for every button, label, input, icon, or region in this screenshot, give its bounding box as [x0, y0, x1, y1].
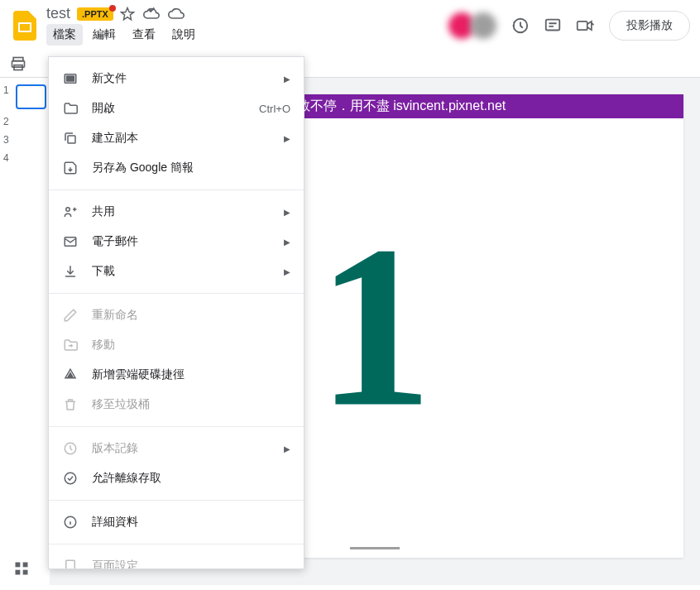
slide-thumb-1[interactable]: 1: [3, 84, 46, 109]
svg-rect-10: [16, 570, 21, 575]
menu-item-page-setup: 頁面設定: [49, 551, 304, 569]
submenu-arrow-icon: ▶: [284, 74, 290, 84]
menu-item-new-document[interactable]: 新文件 ▶: [49, 64, 304, 94]
menu-help[interactable]: 說明: [165, 24, 202, 46]
slide-thumb-3[interactable]: 3: [3, 134, 46, 146]
menu-item-details[interactable]: 詳細資料: [49, 507, 304, 537]
menu-item-share[interactable]: 共用 ▶: [49, 197, 304, 227]
submenu-arrow-icon: ▶: [284, 444, 290, 453]
canvas-footer-line: [350, 547, 400, 549]
menu-divider: [49, 189, 304, 190]
svg-point-15: [66, 208, 70, 212]
menu-item-move-to-trash: 移至垃圾桶: [49, 390, 304, 420]
copy-icon: [62, 130, 79, 146]
menu-item-make-copy[interactable]: 建立副本 ▶: [49, 123, 304, 153]
share-icon: [62, 204, 79, 220]
submenu-arrow-icon: ▶: [284, 208, 290, 217]
title-area: test .PPTX 檔案 編輯 查看 說明: [46, 5, 202, 46]
comment-icon[interactable]: [543, 16, 563, 36]
menu-item-open[interactable]: 開啟 Ctrl+O: [49, 94, 304, 123]
download-icon: [62, 263, 79, 280]
menu-item-add-drive-shortcut[interactable]: 新增雲端硬碟捷徑: [49, 360, 304, 390]
menu-divider: [49, 293, 304, 294]
save-icon: [62, 160, 79, 176]
history-icon: [62, 440, 79, 457]
menu-divider: [49, 500, 304, 501]
menu-file[interactable]: 檔案: [46, 24, 83, 46]
print-icon[interactable]: [10, 55, 26, 72]
app-header: test .PPTX 檔案 編輯 查看 說明 投影播放: [0, 0, 700, 50]
svg-rect-1: [20, 24, 30, 31]
submenu-arrow-icon: ▶: [284, 134, 290, 143]
offline-icon: [62, 470, 79, 487]
svg-rect-4: [578, 21, 587, 29]
menu-view[interactable]: 查看: [126, 24, 162, 46]
history-icon[interactable]: [510, 16, 530, 36]
slide-thumb-4[interactable]: 4: [3, 152, 46, 164]
avatar-2[interactable]: [470, 12, 496, 39]
slide-thumb-2[interactable]: 2: [3, 116, 46, 127]
menu-edit[interactable]: 編輯: [86, 24, 122, 46]
menu-item-move: 移動: [49, 330, 304, 360]
menu-item-save-as-google-slides[interactable]: 另存為 Google 簡報: [49, 153, 304, 183]
menu-divider: [49, 426, 304, 427]
present-button[interactable]: 投影播放: [609, 11, 690, 41]
slide-big-number: 1: [317, 193, 433, 460]
info-icon: [62, 514, 79, 530]
cloud-icon[interactable]: [168, 7, 185, 22]
drive-shortcut-icon: [62, 367, 79, 383]
cloud-check-icon[interactable]: [143, 7, 160, 22]
document-title[interactable]: test: [46, 5, 70, 22]
menu-divider: [49, 544, 304, 544]
menu-item-version-history: 版本記錄 ▶: [49, 434, 304, 463]
svg-rect-9: [23, 563, 28, 568]
grid-view-icon[interactable]: [13, 560, 30, 577]
menu-item-offline-access[interactable]: 允許離線存取: [49, 463, 304, 493]
file-format-badge: .PPTX: [77, 7, 113, 21]
svg-rect-20: [66, 560, 75, 569]
folder-icon: [62, 100, 79, 117]
new-document-icon: [62, 70, 79, 87]
star-icon[interactable]: [120, 7, 135, 22]
submenu-arrow-icon: ▶: [284, 237, 290, 247]
collaborator-avatars[interactable]: [448, 12, 496, 39]
slides-app-icon[interactable]: [10, 11, 40, 41]
email-icon: [62, 233, 79, 250]
svg-point-18: [65, 472, 76, 484]
svg-rect-13: [67, 76, 74, 81]
menu-item-email[interactable]: 電子郵件 ▶: [49, 227, 304, 257]
svg-rect-8: [16, 563, 21, 568]
menu-item-rename: 重新命名: [49, 300, 304, 330]
submenu-arrow-icon: ▶: [284, 267, 290, 276]
pencil-icon: [62, 307, 79, 324]
video-call-icon[interactable]: [576, 16, 596, 36]
slide-thumbnails-panel: 1 2 3 4: [0, 78, 50, 585]
trash-icon: [62, 396, 79, 413]
move-folder-icon: [62, 337, 79, 353]
svg-rect-11: [23, 570, 28, 575]
menu-item-download[interactable]: 下載 ▶: [49, 257, 304, 286]
svg-rect-3: [546, 19, 560, 30]
file-dropdown-menu: 新文件 ▶ 開啟 Ctrl+O 建立副本 ▶ 另存為 Google 簡報 共用 …: [48, 56, 304, 569]
svg-rect-14: [68, 136, 75, 143]
page-setup-icon: [62, 558, 79, 569]
menubar: 檔案 編輯 查看 說明: [46, 24, 202, 46]
